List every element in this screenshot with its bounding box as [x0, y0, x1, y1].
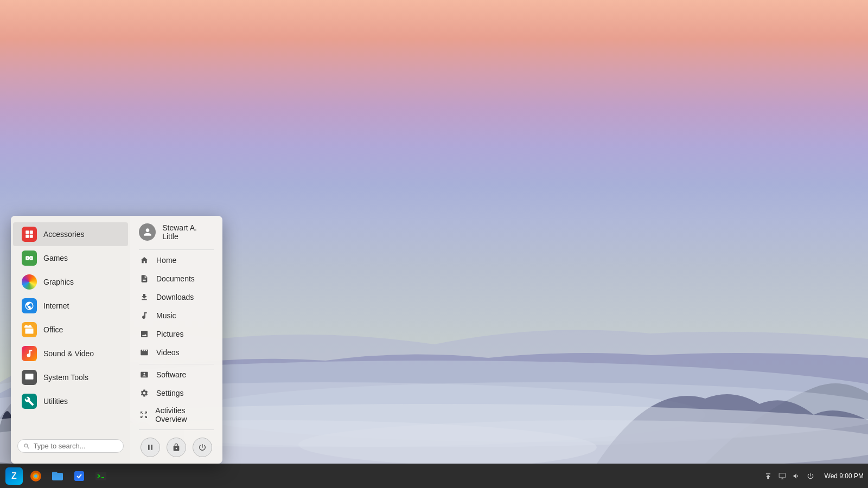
files-button[interactable]	[48, 466, 67, 486]
office-icon	[22, 322, 37, 337]
activities-icon	[139, 409, 149, 420]
divider-3	[139, 429, 214, 430]
svg-rect-11	[25, 374, 34, 380]
software-label: Software	[156, 370, 186, 379]
menu-categories-panel: Accessories Games Graphics Internet	[11, 216, 130, 464]
games-icon	[22, 251, 37, 266]
terminal-icon	[94, 470, 107, 483]
graphics-icon	[22, 274, 37, 290]
place-documents[interactable]: Documents	[130, 269, 222, 288]
accessories-icon	[22, 227, 37, 242]
app-menu: Accessories Games Graphics Internet	[11, 216, 222, 464]
svg-rect-8	[25, 235, 29, 238]
tray-icons	[763, 471, 816, 481]
graphics-label: Graphics	[43, 278, 74, 286]
software-store-icon	[73, 470, 86, 483]
system-tray: Wed 9:00 PM	[763, 471, 864, 481]
category-accessories[interactable]: Accessories	[13, 222, 128, 246]
action-activities[interactable]: Activities Overview	[130, 402, 222, 427]
utilities-label: Utilities	[43, 397, 68, 406]
accessories-label: Accessories	[43, 230, 84, 239]
settings-icon	[139, 388, 150, 399]
menu-places-panel: Stewart A. Little Home Documents Downloa…	[130, 216, 222, 464]
office-label: Office	[43, 325, 63, 334]
internet-icon	[22, 298, 37, 313]
clock[interactable]: Wed 9:00 PM	[825, 472, 864, 480]
games-label: Games	[43, 254, 68, 262]
power-tray-icon[interactable]	[805, 471, 816, 481]
pictures-icon	[139, 329, 150, 339]
sound-video-icon	[22, 346, 37, 361]
downloads-icon	[139, 292, 150, 303]
system-tools-label: System Tools	[43, 373, 88, 382]
user-name: Stewart A. Little	[162, 223, 214, 241]
svg-point-14	[34, 474, 37, 478]
activities-label: Activities Overview	[155, 406, 214, 423]
zorin-logo: Z	[5, 467, 23, 485]
documents-icon	[139, 273, 150, 284]
files-icon	[51, 470, 64, 483]
divider-1	[139, 249, 214, 250]
videos-label: Videos	[156, 348, 180, 357]
firefox-button[interactable]	[26, 466, 46, 486]
category-utilities[interactable]: Utilities	[13, 389, 128, 413]
action-settings[interactable]: Settings	[130, 384, 222, 402]
home-icon	[139, 255, 150, 266]
utilities-icon	[22, 394, 37, 409]
software-icon	[139, 369, 150, 380]
internet-label: Internet	[43, 301, 69, 310]
music-label: Music	[156, 311, 176, 320]
svg-rect-7	[30, 230, 33, 234]
documents-label: Documents	[156, 274, 195, 283]
category-office[interactable]: Office	[13, 318, 128, 342]
software-store-button[interactable]	[69, 466, 89, 486]
power-actions	[130, 431, 222, 464]
taskbar-apps: Z	[4, 466, 111, 486]
category-graphics[interactable]: Graphics	[13, 270, 128, 294]
category-internet[interactable]: Internet	[13, 294, 128, 318]
search-bar	[17, 439, 124, 453]
downloads-label: Downloads	[156, 293, 194, 301]
eject-tray-icon[interactable]	[763, 471, 774, 481]
svg-rect-9	[30, 235, 33, 238]
action-software[interactable]: Software	[130, 365, 222, 384]
music-icon	[139, 310, 150, 321]
place-downloads[interactable]: Downloads	[130, 288, 222, 306]
category-sound-video[interactable]: Sound & Video	[13, 342, 128, 365]
firefox-icon	[29, 470, 42, 483]
home-label: Home	[156, 256, 176, 265]
svg-rect-16	[95, 472, 106, 480]
place-home[interactable]: Home	[130, 251, 222, 269]
lock-button[interactable]	[167, 438, 186, 457]
svg-rect-15	[74, 471, 84, 481]
volume-icon[interactable]	[791, 471, 802, 481]
search-icon	[23, 442, 30, 450]
terminal-button[interactable]	[91, 466, 111, 486]
pictures-label: Pictures	[156, 330, 184, 338]
place-music[interactable]: Music	[130, 306, 222, 325]
search-input[interactable]	[34, 442, 118, 450]
place-pictures[interactable]: Pictures	[130, 325, 222, 343]
power-button[interactable]	[193, 438, 212, 457]
sound-video-label: Sound & Video	[43, 349, 94, 358]
category-games[interactable]: Games	[13, 246, 128, 270]
settings-label: Settings	[156, 389, 184, 397]
avatar	[139, 223, 156, 241]
zorin-menu-button[interactable]: Z	[4, 466, 24, 486]
svg-rect-17	[779, 473, 786, 477]
place-videos[interactable]: Videos	[130, 343, 222, 362]
divider-2	[139, 364, 214, 364]
user-section[interactable]: Stewart A. Little	[130, 216, 222, 248]
videos-icon	[139, 347, 150, 358]
suspend-button[interactable]	[141, 438, 160, 457]
taskbar: Z	[0, 464, 868, 488]
svg-rect-10	[25, 329, 34, 334]
system-tools-icon	[22, 370, 37, 385]
category-system-tools[interactable]: System Tools	[13, 365, 128, 389]
svg-rect-6	[25, 230, 29, 234]
display-icon[interactable]	[777, 471, 788, 481]
